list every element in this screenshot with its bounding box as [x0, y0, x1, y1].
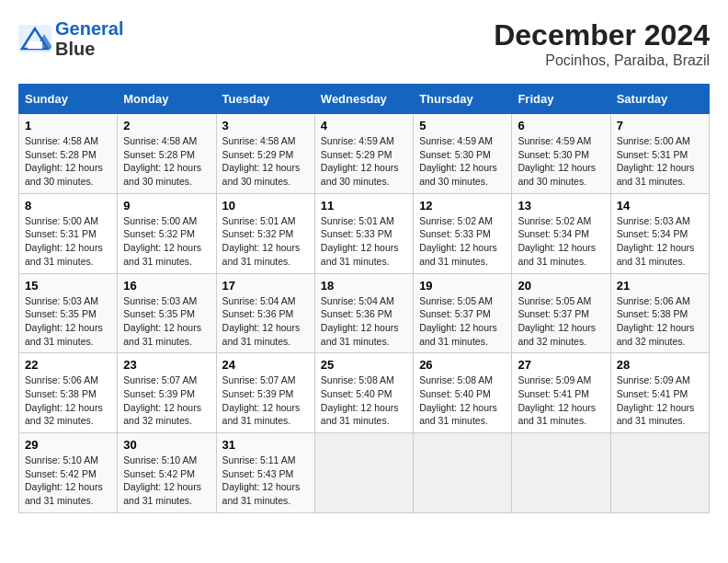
- day-number: 21: [617, 279, 703, 293]
- calendar-cell: 1Sunrise: 4:58 AM Sunset: 5:28 PM Daylig…: [19, 114, 118, 194]
- calendar-cell: 21Sunrise: 5:06 AM Sunset: 5:38 PM Dayli…: [610, 273, 709, 353]
- day-info: Sunrise: 5:00 AM Sunset: 5:32 PM Dayligh…: [123, 214, 210, 269]
- logo-icon: [18, 25, 51, 52]
- calendar-header-sunday: Sunday: [19, 85, 118, 114]
- day-info: Sunrise: 4:59 AM Sunset: 5:30 PM Dayligh…: [518, 134, 604, 189]
- calendar-cell: 14Sunrise: 5:03 AM Sunset: 5:34 PM Dayli…: [610, 193, 709, 273]
- day-info: Sunrise: 5:07 AM Sunset: 5:39 PM Dayligh…: [123, 373, 210, 428]
- day-info: Sunrise: 5:08 AM Sunset: 5:40 PM Dayligh…: [321, 373, 407, 428]
- day-info: Sunrise: 5:04 AM Sunset: 5:36 PM Dayligh…: [321, 294, 407, 349]
- calendar-week-row: 15Sunrise: 5:03 AM Sunset: 5:35 PM Dayli…: [19, 273, 710, 353]
- day-info: Sunrise: 5:04 AM Sunset: 5:36 PM Dayligh…: [222, 294, 309, 349]
- day-number: 8: [25, 199, 111, 213]
- day-number: 20: [518, 279, 604, 293]
- day-info: Sunrise: 5:03 AM Sunset: 5:35 PM Dayligh…: [25, 294, 111, 349]
- calendar-week-row: 22Sunrise: 5:06 AM Sunset: 5:38 PM Dayli…: [19, 353, 710, 433]
- svg-rect-3: [28, 41, 42, 49]
- calendar-cell: 8Sunrise: 5:00 AM Sunset: 5:31 PM Daylig…: [19, 193, 118, 273]
- day-number: 12: [419, 199, 506, 213]
- page-subtitle: Pocinhos, Paraiba, Brazil: [494, 52, 710, 69]
- calendar-cell: 9Sunrise: 5:00 AM Sunset: 5:32 PM Daylig…: [118, 193, 216, 273]
- page-title: December 2024: [494, 18, 710, 52]
- day-number: 9: [123, 199, 210, 213]
- calendar-cell: 7Sunrise: 5:00 AM Sunset: 5:31 PM Daylig…: [610, 114, 709, 194]
- calendar-cell: 3Sunrise: 4:58 AM Sunset: 5:29 PM Daylig…: [216, 114, 314, 194]
- calendar-cell: [414, 433, 512, 513]
- day-info: Sunrise: 4:58 AM Sunset: 5:28 PM Dayligh…: [25, 134, 111, 189]
- day-number: 5: [419, 119, 506, 132]
- day-number: 4: [321, 119, 407, 132]
- day-info: Sunrise: 5:05 AM Sunset: 5:37 PM Dayligh…: [518, 294, 604, 349]
- day-number: 23: [123, 358, 210, 372]
- day-number: 7: [617, 119, 703, 132]
- day-number: 16: [123, 279, 210, 293]
- calendar-cell: 29Sunrise: 5:10 AM Sunset: 5:42 PM Dayli…: [19, 433, 118, 513]
- day-number: 11: [321, 199, 407, 213]
- calendar-cell: 26Sunrise: 5:08 AM Sunset: 5:40 PM Dayli…: [414, 353, 512, 433]
- calendar-header-saturday: Saturday: [610, 85, 709, 114]
- day-info: Sunrise: 5:06 AM Sunset: 5:38 PM Dayligh…: [25, 373, 111, 428]
- calendar-cell: 12Sunrise: 5:02 AM Sunset: 5:33 PM Dayli…: [414, 193, 512, 273]
- day-info: Sunrise: 5:02 AM Sunset: 5:33 PM Dayligh…: [419, 214, 506, 269]
- calendar-header-monday: Monday: [118, 85, 216, 114]
- calendar-cell: 11Sunrise: 5:01 AM Sunset: 5:33 PM Dayli…: [314, 193, 413, 273]
- day-number: 30: [123, 438, 210, 452]
- calendar-cell: 17Sunrise: 5:04 AM Sunset: 5:36 PM Dayli…: [216, 273, 314, 353]
- day-info: Sunrise: 5:09 AM Sunset: 5:41 PM Dayligh…: [518, 373, 604, 428]
- day-info: Sunrise: 5:11 AM Sunset: 5:43 PM Dayligh…: [222, 454, 309, 508]
- calendar-week-row: 8Sunrise: 5:00 AM Sunset: 5:31 PM Daylig…: [19, 193, 710, 273]
- day-info: Sunrise: 5:06 AM Sunset: 5:38 PM Dayligh…: [617, 294, 703, 349]
- calendar-cell: 18Sunrise: 5:04 AM Sunset: 5:36 PM Dayli…: [314, 273, 413, 353]
- calendar-cell: 6Sunrise: 4:59 AM Sunset: 5:30 PM Daylig…: [512, 114, 610, 194]
- title-block: December 2024 Pocinhos, Paraiba, Brazil: [494, 18, 710, 69]
- calendar-cell: 23Sunrise: 5:07 AM Sunset: 5:39 PM Dayli…: [118, 353, 216, 433]
- calendar-cell: 10Sunrise: 5:01 AM Sunset: 5:32 PM Dayli…: [216, 193, 314, 273]
- day-number: 17: [222, 279, 309, 293]
- day-info: Sunrise: 5:00 AM Sunset: 5:31 PM Dayligh…: [617, 134, 703, 189]
- day-number: 18: [321, 279, 407, 293]
- calendar-cell: 16Sunrise: 5:03 AM Sunset: 5:35 PM Dayli…: [118, 273, 216, 353]
- calendar-header-wednesday: Wednesday: [314, 85, 413, 114]
- day-info: Sunrise: 5:00 AM Sunset: 5:31 PM Dayligh…: [25, 214, 111, 269]
- calendar-cell: 13Sunrise: 5:02 AM Sunset: 5:34 PM Dayli…: [512, 193, 610, 273]
- day-number: 3: [222, 119, 309, 132]
- day-info: Sunrise: 4:58 AM Sunset: 5:28 PM Dayligh…: [123, 134, 210, 189]
- day-number: 15: [25, 279, 111, 293]
- day-number: 19: [419, 279, 506, 293]
- day-info: Sunrise: 4:58 AM Sunset: 5:29 PM Dayligh…: [222, 134, 309, 189]
- calendar-cell: 20Sunrise: 5:05 AM Sunset: 5:37 PM Dayli…: [512, 273, 610, 353]
- calendar-header-thursday: Thursday: [414, 85, 512, 114]
- calendar-cell: [314, 433, 413, 513]
- day-number: 14: [617, 199, 703, 213]
- day-info: Sunrise: 5:01 AM Sunset: 5:33 PM Dayligh…: [321, 214, 407, 269]
- calendar-cell: 4Sunrise: 4:59 AM Sunset: 5:29 PM Daylig…: [314, 114, 413, 194]
- day-number: 6: [518, 119, 604, 132]
- calendar-cell: 22Sunrise: 5:06 AM Sunset: 5:38 PM Dayli…: [19, 353, 118, 433]
- calendar-cell: 2Sunrise: 4:58 AM Sunset: 5:28 PM Daylig…: [118, 114, 216, 194]
- day-number: 10: [222, 199, 309, 213]
- day-info: Sunrise: 5:05 AM Sunset: 5:37 PM Dayligh…: [419, 294, 506, 349]
- calendar-cell: 30Sunrise: 5:10 AM Sunset: 5:42 PM Dayli…: [118, 433, 216, 513]
- day-number: 31: [222, 438, 309, 452]
- calendar-cell: 25Sunrise: 5:08 AM Sunset: 5:40 PM Dayli…: [314, 353, 413, 433]
- day-number: 28: [617, 358, 703, 372]
- calendar-header-friday: Friday: [512, 85, 610, 114]
- logo-text-line2: Blue: [55, 39, 123, 59]
- calendar-header-row: SundayMondayTuesdayWednesdayThursdayFrid…: [19, 85, 710, 114]
- day-number: 26: [419, 358, 506, 372]
- calendar-cell: 31Sunrise: 5:11 AM Sunset: 5:43 PM Dayli…: [216, 433, 314, 513]
- day-info: Sunrise: 5:08 AM Sunset: 5:40 PM Dayligh…: [419, 373, 506, 428]
- day-number: 25: [321, 358, 407, 372]
- day-number: 2: [123, 119, 210, 132]
- calendar-cell: [512, 433, 610, 513]
- day-number: 22: [25, 358, 111, 372]
- calendar-body: 1Sunrise: 4:58 AM Sunset: 5:28 PM Daylig…: [19, 114, 710, 513]
- day-number: 29: [25, 438, 111, 452]
- calendar-cell: 19Sunrise: 5:05 AM Sunset: 5:37 PM Dayli…: [414, 273, 512, 353]
- day-info: Sunrise: 4:59 AM Sunset: 5:30 PM Dayligh…: [419, 134, 506, 189]
- day-info: Sunrise: 5:07 AM Sunset: 5:39 PM Dayligh…: [222, 373, 309, 428]
- day-info: Sunrise: 5:03 AM Sunset: 5:34 PM Dayligh…: [617, 214, 703, 269]
- day-info: Sunrise: 5:02 AM Sunset: 5:34 PM Dayligh…: [518, 214, 604, 269]
- calendar-cell: 24Sunrise: 5:07 AM Sunset: 5:39 PM Dayli…: [216, 353, 314, 433]
- page-header: General Blue December 2024 Pocinhos, Par…: [18, 18, 710, 69]
